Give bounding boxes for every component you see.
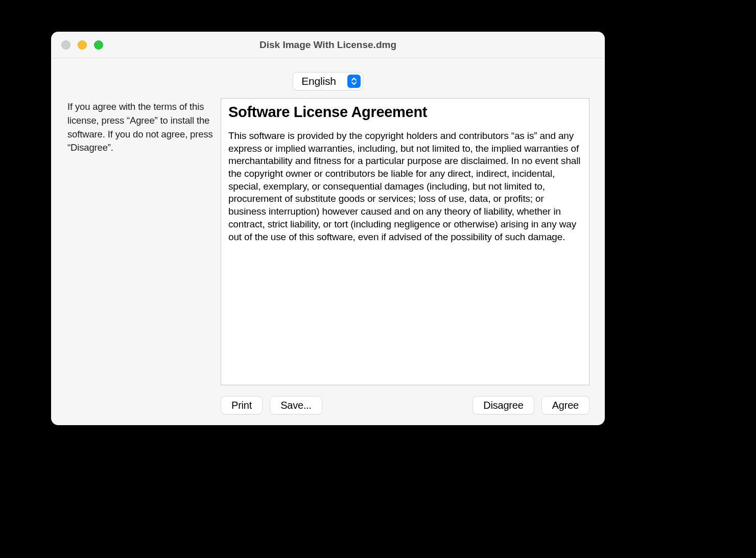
window-title: Disk Image With License.dmg <box>259 39 396 51</box>
minimize-icon[interactable] <box>78 40 87 50</box>
license-text-area[interactable]: Software License Agreement This software… <box>221 98 589 385</box>
close-icon[interactable] <box>61 40 70 50</box>
license-body: This software is provided by the copyrig… <box>228 130 582 243</box>
instructions-text: If you agree with the terms of this lice… <box>67 100 214 155</box>
disagree-button[interactable]: Disagree <box>472 396 534 414</box>
print-button[interactable]: Print <box>221 396 263 414</box>
updown-chevron-icon <box>347 75 361 88</box>
agree-button-label: Agree <box>552 400 579 411</box>
body-row: If you agree with the terms of this lice… <box>51 98 605 385</box>
language-row: English <box>51 58 605 98</box>
print-button-label: Print <box>231 400 252 411</box>
sidebar: If you agree with the terms of this lice… <box>51 98 221 385</box>
disagree-button-label: Disagree <box>483 400 523 411</box>
language-selected-label: English <box>301 75 336 87</box>
agree-button[interactable]: Agree <box>541 396 589 414</box>
save-button[interactable]: Save... <box>270 396 322 414</box>
titlebar: Disk Image With License.dmg <box>51 32 605 58</box>
language-dropdown[interactable]: English <box>293 72 363 90</box>
traffic-lights <box>61 40 103 50</box>
license-heading: Software License Agreement <box>228 104 582 121</box>
save-button-label: Save... <box>280 400 312 411</box>
maximize-icon[interactable] <box>94 40 103 50</box>
content-area: English If you agree with the terms of t… <box>51 58 605 425</box>
button-row: Print Save... Disagree Agree <box>51 385 605 425</box>
license-window: Disk Image With License.dmg English If y… <box>51 32 605 425</box>
